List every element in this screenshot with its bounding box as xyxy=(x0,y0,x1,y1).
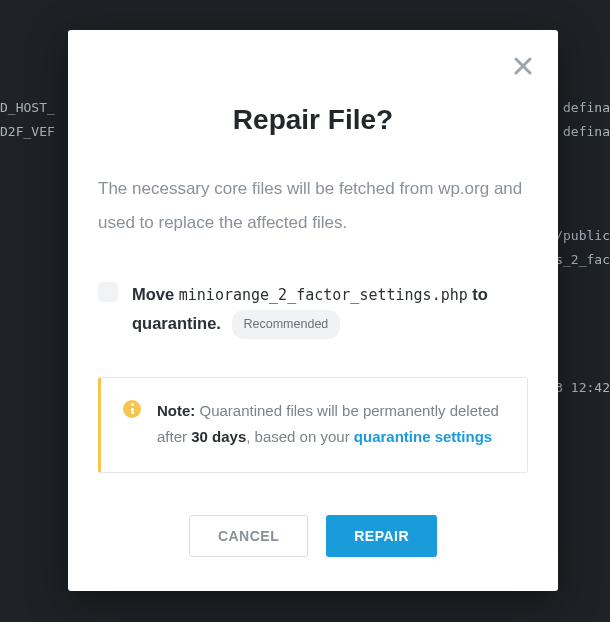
close-icon[interactable] xyxy=(514,52,532,80)
bg-code: s_2_fac xyxy=(555,252,610,267)
quarantine-option: Move miniorange_2_factor_settings.php to… xyxy=(98,280,528,339)
repair-button[interactable]: REPAIR xyxy=(326,515,437,557)
recommended-badge: Recommended xyxy=(232,310,341,339)
bg-code: defina xyxy=(563,100,610,115)
note-text: Note: Quarantined files will be permanen… xyxy=(157,398,505,451)
bg-code: D_HOST_ xyxy=(0,100,55,115)
quarantine-filename: miniorange_2_factor_settings.php xyxy=(179,286,468,304)
note-days: 30 days xyxy=(191,428,246,445)
move-prefix: Move xyxy=(132,285,174,303)
bg-code: D2F_VEF xyxy=(0,124,55,139)
quarantine-checkbox[interactable] xyxy=(98,282,118,302)
bg-code: defina xyxy=(563,124,610,139)
note-label: Note: xyxy=(157,402,195,419)
quarantine-settings-link[interactable]: quarantine settings xyxy=(354,428,492,445)
cancel-button[interactable]: CANCEL xyxy=(189,515,308,557)
bg-code: /public xyxy=(555,228,610,243)
quarantine-note: Note: Quarantined files will be permanen… xyxy=(98,377,528,474)
modal-title: Repair File? xyxy=(98,104,528,136)
info-icon xyxy=(123,400,141,418)
note-part2: , based on your xyxy=(246,428,354,445)
quarantine-label: Move miniorange_2_factor_settings.php to… xyxy=(132,280,528,339)
repair-file-modal: Repair File? The necessary core files wi… xyxy=(68,30,558,591)
modal-actions: CANCEL REPAIR xyxy=(98,515,528,557)
modal-description: The necessary core files will be fetched… xyxy=(98,172,528,240)
bg-code: 3 12:42 xyxy=(555,380,610,395)
